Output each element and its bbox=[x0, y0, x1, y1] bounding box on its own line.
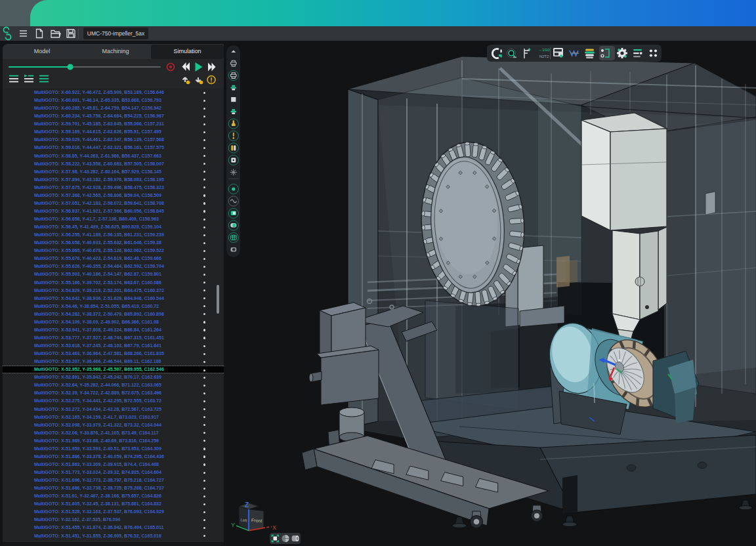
svg-text:Z: Z bbox=[245, 501, 249, 509]
svg-text:Y: Y bbox=[231, 522, 235, 528]
svg-text:Front: Front bbox=[251, 518, 262, 523]
svg-text:X: X bbox=[272, 524, 276, 531]
